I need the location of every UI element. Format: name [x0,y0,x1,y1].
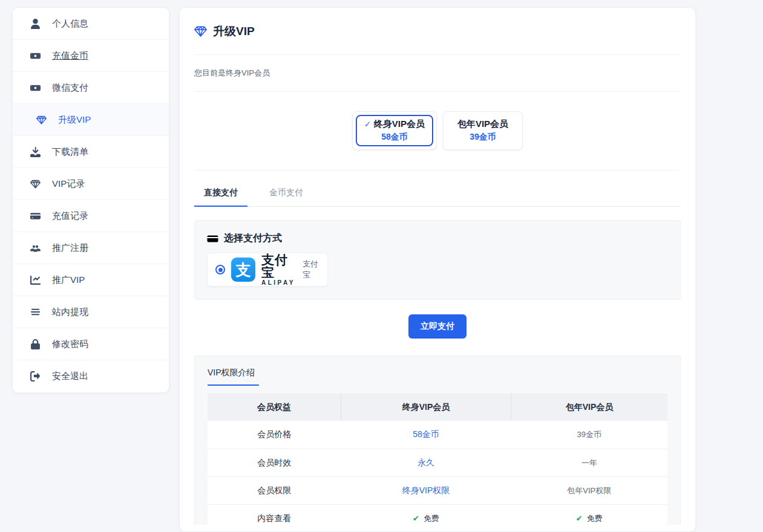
alipay-option[interactable]: 支 支付宝 ALIPAY 支付宝 [207,253,328,287]
row-label: 会员时效 [257,458,291,467]
pay-now-button[interactable]: 立即支付 [408,314,467,339]
sidebar-item-label: 下载清单 [52,146,88,158]
sidebar-item-label: 修改密码 [52,339,88,350]
table-row: 会员时效 永久 一年 [208,449,667,476]
sidebar-item-label: 站内提现 [52,307,88,318]
plan-card-yearly[interactable]: 包年VIP会员 39金币 [443,111,523,150]
sidebar-item-profile[interactable]: 个人信息 [13,8,169,40]
check-icon: ✔ [413,514,419,523]
sidebar-item-vip-records[interactable]: VIP记录 [13,168,169,200]
sidebar-item-label: 微信支付 [52,82,88,94]
credit-card-icon [207,234,218,244]
account-sidebar: 个人信息 充值金币 微信支付 升级VIP 下载清单 VIP记录 充值记录 [12,7,169,393]
radio-selected-icon[interactable] [215,265,225,274]
sidebar-item-label: 升级VIP [58,114,91,126]
gem-icon [30,178,41,189]
users-icon [30,242,41,253]
table-row: 会员权限 终身VIP权限 包年VIP权限 [208,476,667,504]
table-header-row: 会员权益 终身VIP会员 包年VIP会员 [208,394,667,421]
yearly-duration: 一年 [581,458,597,467]
sidebar-item-label: 推广注册 [52,242,88,254]
chart-line-icon [30,274,41,285]
lifetime-duration-link[interactable]: 永久 [418,458,434,467]
plan-selector: ✓ 终身VIP会员 58金币 包年VIP会员 39金币 [194,92,681,170]
alipay-cn-text: 支付宝 [261,253,295,279]
sidebar-item-label: 充值金币 [52,50,88,62]
sidebar-item-label: 安全退出 [52,371,88,382]
sidebar-item-promo-vip[interactable]: 推广VIP [13,264,169,296]
gem-icon [194,25,207,37]
sidebar-item-logout[interactable]: 安全退出 [13,360,169,392]
yearly-rights: 包年VIP权限 [567,486,611,495]
alipay-option-label: 支付宝 [303,259,319,281]
lock-icon [30,339,41,349]
payment-tabs: 直接支付 金币支付 [194,187,681,207]
plan-price: 39金币 [470,132,496,143]
col-header-benefit: 会员权益 [208,394,341,421]
yearly-content-access: 免费 [587,514,603,523]
plan-name: 包年VIP会员 [457,118,508,130]
sidebar-item-promo-register[interactable]: 推广注册 [13,232,169,264]
alipay-logo-icon: 支 [231,258,255,282]
payment-section-title: 选择支付方式 [224,232,282,245]
plan-selected-outline: ✓ 终身VIP会员 58金币 [356,115,433,146]
privileges-table: 会员权益 终身VIP会员 包年VIP会员 会员价格 58金币 39金币 会员时效… [208,394,667,532]
tab-coin-pay[interactable]: 金币支付 [260,187,313,206]
yearly-price: 39金币 [577,430,601,439]
sidebar-item-change-password[interactable]: 修改密码 [13,328,169,360]
sidebar-item-label: 充值记录 [52,210,88,222]
lifetime-price-link[interactable]: 58金币 [413,429,439,439]
money-stack-icon [30,307,41,317]
membership-status-text: 您目前是终身VIP会员 [194,55,681,92]
tab-direct-pay[interactable]: 直接支付 [194,187,247,206]
row-label: 内容查看 [257,513,291,523]
sidebar-item-label: VIP记录 [52,178,85,190]
sidebar-item-download-list[interactable]: 下载清单 [13,136,169,168]
download-icon [30,146,41,157]
plan-card-lifetime[interactable]: ✓ 终身VIP会员 58金币 [352,111,437,150]
privileges-tab[interactable]: VIP权限介绍 [208,368,259,386]
money-bill-icon [30,82,41,93]
sign-out-icon [30,371,41,382]
gem-icon [36,114,47,125]
alipay-logotype: 支付宝 ALIPAY [261,253,295,286]
plan-price: 58金币 [381,132,408,143]
page-header: 升级VIP [194,8,681,55]
check-icon: ✓ [364,120,371,129]
table-row: 会员价格 58金币 39金币 [208,421,667,449]
sidebar-item-label: 个人信息 [52,18,88,30]
vip-privileges-section: VIP权限介绍 会员权益 终身VIP会员 包年VIP会员 会员价格 58金币 3… [194,355,681,525]
sidebar-item-recharge-coins[interactable]: 充值金币 [13,40,169,72]
sidebar-item-withdraw[interactable]: 站内提现 [13,296,169,328]
upgrade-vip-panel: 升级VIP 您目前是终身VIP会员 ✓ 终身VIP会员 58金币 包年VIP会员… [179,7,696,532]
money-bill-icon [30,50,41,61]
col-header-lifetime: 终身VIP会员 [341,394,511,421]
user-icon [30,18,41,29]
check-icon: ✔ [576,514,583,523]
sidebar-item-recharge-records[interactable]: 充值记录 [13,200,169,232]
payment-method-section: 选择支付方式 支 支付宝 ALIPAY 支付宝 [194,220,681,300]
row-label: 会员价格 [257,429,291,439]
sidebar-item-label: 推广VIP [52,274,85,286]
row-label: 会员权限 [257,485,291,495]
lifetime-rights-link[interactable]: 终身VIP权限 [402,485,450,495]
plan-name: 终身VIP会员 [374,118,425,130]
col-header-yearly: 包年VIP会员 [511,394,667,421]
sidebar-item-wechat-pay[interactable]: 微信支付 [13,72,169,104]
credit-card-icon [30,210,41,221]
alipay-en-text: ALIPAY [261,280,295,286]
table-row: 内容查看 ✔免费 ✔免费 [208,504,667,532]
lifetime-content-access: 免费 [424,514,439,523]
sidebar-item-upgrade-vip[interactable]: 升级VIP [13,104,169,136]
page-title: 升级VIP [213,24,255,39]
